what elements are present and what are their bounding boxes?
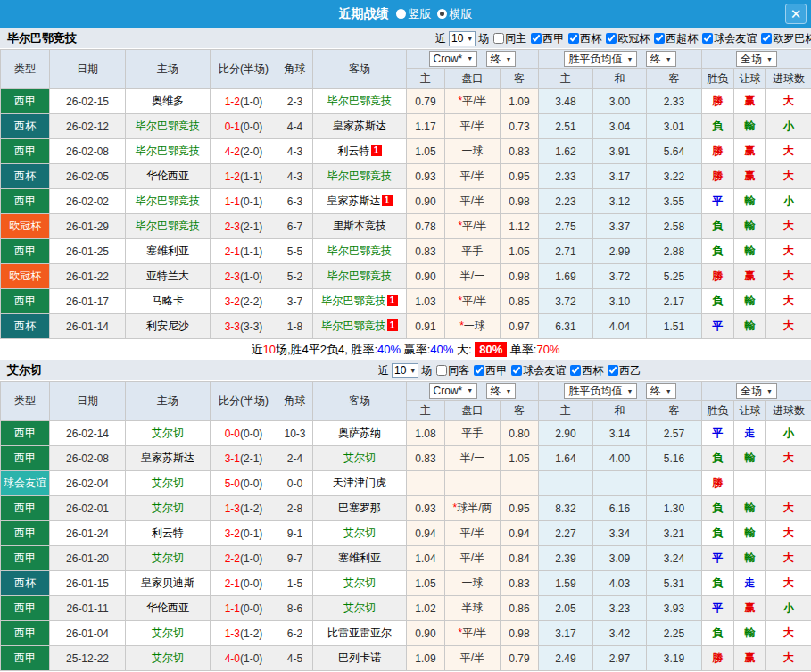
team-name-link[interactable]: 皇家贝迪斯 [141, 577, 194, 589]
fulltime-score: 2-2 [225, 552, 240, 565]
team-name-link[interactable]: 巴塞罗那 [338, 502, 381, 514]
league-filter-checkbox[interactable] [702, 33, 713, 44]
odds-time-dropdown[interactable]: 终▼ [486, 51, 517, 67]
team-name-link[interactable]: 华伦西亚 [146, 170, 189, 182]
same-venue-checkbox[interactable] [493, 33, 504, 44]
league-filter-checkbox[interactable] [761, 33, 772, 44]
team-name-link[interactable]: 艾尔切 [343, 452, 376, 464]
league-filter-checkbox[interactable] [608, 365, 618, 376]
team-name-link[interactable]: 毕尔巴鄂竞技 [136, 145, 200, 157]
chevron-down-icon: ▼ [506, 388, 512, 394]
team-name-link[interactable]: 塞维利亚 [338, 552, 381, 564]
avg-time-dropdown[interactable]: 终▼ [646, 383, 676, 399]
match-count-select[interactable]: 10▼ [449, 31, 476, 46]
halftime-score: (3-3) [240, 320, 262, 333]
corner-cell: 4-4 [277, 114, 313, 139]
away-team-cell: 毕尔巴鄂竞技 [313, 264, 407, 289]
team-name-link[interactable]: 奥萨苏纳 [338, 427, 381, 439]
odds-company-dropdown[interactable]: Crow*▼ [429, 51, 478, 67]
league-type-cell: 西甲 [1, 139, 50, 164]
match-count-value: 10 [451, 32, 463, 45]
team-name-link[interactable]: 巴列卡诺 [338, 651, 381, 664]
team-name-link[interactable]: 皇家苏斯达 [327, 195, 381, 207]
avg-home-cell: 2.27 [539, 521, 593, 546]
team-name-link[interactable]: 毕尔巴鄂竞技 [136, 195, 200, 207]
league-filter-checkbox[interactable] [654, 33, 665, 44]
team-name-link[interactable]: 毕尔巴鄂竞技 [322, 295, 386, 307]
odds-company-dropdown[interactable]: Crow*▼ [429, 383, 478, 399]
corner-cell: 5-5 [277, 239, 313, 264]
team-name-link[interactable]: 艾尔切 [152, 651, 184, 664]
league-filter-checkbox[interactable] [511, 365, 522, 376]
match-scope-dropdown[interactable]: 全场▼ [736, 51, 777, 67]
team-name-link[interactable]: 利云特 [152, 527, 184, 539]
fulltime-score: 5-0 [225, 477, 240, 490]
halftime-score: (2-2) [240, 295, 262, 308]
team-name-link[interactable]: 华伦西亚 [146, 601, 189, 614]
col-header-away: 客场 [313, 50, 407, 89]
team-name-link[interactable]: 艾尔切 [343, 601, 376, 614]
team-name-link[interactable]: 毕尔巴鄂竞技 [322, 319, 386, 332]
date-cell: 26-02-04 [50, 471, 126, 496]
horizontal-layout-radio[interactable] [437, 9, 447, 19]
team-name-link[interactable]: 塞维利亚 [146, 245, 189, 257]
team-name-link[interactable]: 毕尔巴鄂竞技 [327, 170, 392, 182]
away-odds-cell: 1.05 [501, 239, 539, 264]
league-filter-checkbox[interactable] [568, 33, 579, 44]
goals-result-cell: 大 [766, 264, 811, 289]
handicap-result-cell: 赢 [734, 646, 766, 671]
team-name-link[interactable]: 艾尔切 [152, 626, 184, 639]
result-cell: 負 [702, 114, 734, 139]
same-venue-checkbox[interactable] [436, 365, 447, 376]
avg-odds-dropdown[interactable]: 胜平负均值▼ [564, 383, 637, 399]
team-name-link[interactable]: 比雷亚雷亚尔 [327, 626, 392, 639]
result-cell: 勝 [702, 471, 734, 496]
team-name-link[interactable]: 里斯本竞技 [333, 220, 386, 232]
team-name-link[interactable]: 艾尔切 [343, 577, 376, 589]
away-odds-cell: 0.83 [501, 139, 539, 164]
popup-title-bar: 近期战绩 竖版 横版 ✕ [0, 0, 811, 28]
score-cell: 2-2(1-0) [211, 546, 277, 571]
goals-result-cell: 大 [766, 646, 811, 671]
vertical-layout-radio[interactable] [396, 9, 406, 19]
sub-header-result: 胜负 [702, 69, 734, 89]
team-name-link[interactable]: 奥维多 [152, 95, 184, 107]
league-type-cell: 西甲 [1, 189, 50, 214]
team-name-link[interactable]: 艾尔切 [152, 477, 184, 489]
team-name-link[interactable]: 利云特 [338, 145, 370, 157]
corner-cell: 4-3 [277, 139, 313, 164]
handicap-cell: 半/一 [445, 446, 501, 471]
team-name-link[interactable]: 艾尔切 [152, 502, 184, 514]
team-name-link[interactable]: 天津津门虎 [333, 477, 386, 489]
team-name-link[interactable]: 毕尔巴鄂竞技 [327, 245, 392, 257]
team-name-link[interactable]: 马略卡 [152, 295, 184, 307]
team-name-link[interactable]: 艾尔切 [343, 527, 376, 539]
team-name-link[interactable]: 艾尔切 [152, 427, 184, 439]
team-name-link[interactable]: 毕尔巴鄂竞技 [327, 95, 392, 107]
date-cell: 26-02-14 [50, 421, 126, 446]
team-name-link[interactable]: 毕尔巴鄂竞技 [136, 220, 200, 232]
match-count-select[interactable]: 10▼ [392, 363, 418, 378]
avg-odds-dropdown[interactable]: 胜平负均值▼ [564, 51, 637, 67]
close-button[interactable]: ✕ [785, 4, 807, 24]
team-name-link[interactable]: 皇家苏斯达 [141, 452, 194, 464]
avg-time-dropdown[interactable]: 终▼ [646, 51, 676, 67]
avg-draw-cell: 4.03 [593, 571, 647, 596]
league-filter-checkbox[interactable] [531, 33, 542, 44]
handicap-cell: 平/半 [445, 546, 501, 571]
team-name-link[interactable]: 利安尼沙 [146, 319, 189, 332]
avg-draw-cell: 2.97 [593, 646, 647, 671]
league-filter-checkbox[interactable] [474, 365, 484, 376]
team-name-link[interactable]: 毕尔巴鄂竞技 [136, 120, 200, 132]
league-filter-checkbox[interactable] [606, 33, 617, 44]
team-name-link[interactable]: 毕尔巴鄂竞技 [327, 270, 392, 282]
team-name-link[interactable]: 皇家苏斯达 [333, 120, 386, 132]
odds-time-dropdown[interactable]: 终▼ [486, 383, 517, 399]
match-scope-dropdown[interactable]: 全场▼ [736, 383, 777, 399]
league-filter-checkbox[interactable] [570, 365, 581, 376]
chevron-down-icon: ▼ [467, 36, 473, 42]
team-name-link[interactable]: 亚特兰大 [146, 270, 189, 282]
league-type-cell: 西甲 [1, 521, 50, 546]
score-cell: 1-2(1-1) [211, 164, 277, 189]
team-name-link[interactable]: 艾尔切 [152, 552, 184, 564]
